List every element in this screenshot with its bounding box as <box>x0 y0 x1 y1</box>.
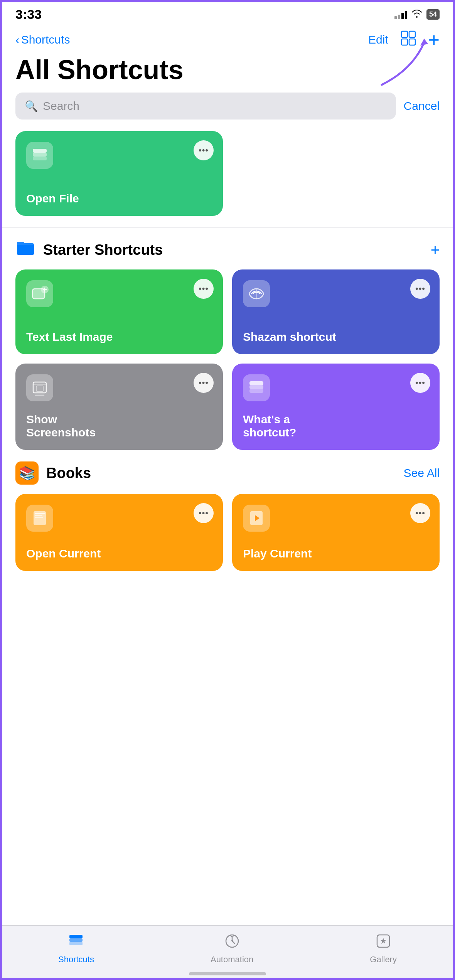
more-dots-icon: ••• <box>199 145 209 155</box>
more-dots-icon: ••• <box>199 378 209 388</box>
starter-shortcuts-header: Starter Shortcuts + <box>0 239 455 260</box>
whats-shortcut-more-button[interactable]: ••• <box>410 373 430 393</box>
shazam-more-button[interactable]: ••• <box>410 279 430 299</box>
play-current-icon <box>243 505 270 532</box>
screenshot-icon <box>26 374 53 401</box>
grid-view-icon[interactable] <box>400 30 417 50</box>
shazam-icon <box>243 280 270 307</box>
svg-rect-16 <box>249 385 263 389</box>
svg-rect-7 <box>33 157 47 160</box>
open-current-more-button[interactable]: ••• <box>194 503 214 523</box>
add-shortcut-button[interactable]: + <box>428 30 440 49</box>
text-last-image-more-button[interactable]: ••• <box>194 279 214 299</box>
starter-shortcuts-add-button[interactable]: + <box>431 241 440 259</box>
play-current-label: Play Current <box>243 547 429 560</box>
battery-icon: 54 <box>426 9 440 20</box>
books-grid: ••• Open Current ••• Play Current <box>0 494 455 648</box>
open-file-more-button[interactable]: ••• <box>194 140 214 160</box>
svg-rect-21 <box>35 515 42 516</box>
gallery-tab-label: Gallery <box>370 955 397 965</box>
play-current-more-button[interactable]: ••• <box>410 503 430 523</box>
search-cancel-button[interactable]: Cancel <box>404 99 440 113</box>
svg-rect-26 <box>69 935 83 938</box>
wifi-icon <box>411 9 423 20</box>
books-title: Books <box>46 465 91 482</box>
svg-rect-20 <box>35 513 45 514</box>
svg-rect-27 <box>69 942 83 945</box>
starter-shortcuts-title-group: Starter Shortcuts <box>15 239 163 260</box>
svg-rect-18 <box>249 389 263 393</box>
svg-rect-15 <box>36 386 43 391</box>
more-dots-icon: ••• <box>199 284 209 294</box>
books-header: 📚 Books See All <box>0 461 455 485</box>
open-file-label: Open File <box>26 192 212 205</box>
search-bar[interactable]: 🔍 Search <box>15 93 396 120</box>
text-last-image-icon <box>26 280 53 307</box>
automation-tab-icon <box>224 933 240 952</box>
search-placeholder: Search <box>43 99 79 113</box>
status-bar: 3:33 54 <box>0 0 455 26</box>
status-time: 3:33 <box>15 7 42 22</box>
svg-rect-0 <box>401 31 408 37</box>
svg-rect-22 <box>35 517 43 518</box>
open-file-card[interactable]: ••• Open File <box>15 131 223 216</box>
play-current-card[interactable]: ••• Play Current <box>232 494 440 571</box>
svg-rect-6 <box>33 149 47 153</box>
open-current-label: Open Current <box>26 547 212 560</box>
back-label: Shortcuts <box>21 33 70 46</box>
my-shortcuts-section: ••• Open File <box>0 131 455 216</box>
open-current-card[interactable]: ••• Open Current <box>15 494 223 571</box>
automation-tab-label: Automation <box>211 955 253 965</box>
folder-icon <box>15 239 35 260</box>
books-app-icon: 📚 <box>15 461 39 485</box>
starter-shortcuts-grid: ••• Text Last Image ••• <box>0 269 455 461</box>
signal-icon <box>394 10 407 19</box>
shazam-label: Shazam shortcut <box>243 330 429 344</box>
home-indicator <box>189 972 266 975</box>
section-divider-1 <box>0 227 455 228</box>
nav-bar: ‹ Shortcuts Edit + <box>0 26 455 54</box>
shazam-shortcut-card[interactable]: ••• Shazam shortcut <box>232 269 440 354</box>
tab-gallery[interactable]: Gallery <box>370 933 397 965</box>
show-screenshots-label: ShowScreenshots <box>26 413 212 439</box>
more-dots-icon: ••• <box>415 378 425 388</box>
show-screenshots-more-button[interactable]: ••• <box>194 373 214 393</box>
svg-rect-2 <box>401 39 408 45</box>
whats-shortcut-card[interactable]: ••• What's ashortcut? <box>232 364 440 450</box>
whats-shortcut-icon <box>243 374 270 401</box>
tab-automation[interactable]: Automation <box>211 933 253 965</box>
more-dots-icon: ••• <box>415 508 425 518</box>
books-see-all-button[interactable]: See All <box>404 466 440 480</box>
whats-shortcut-label: What's ashortcut? <box>243 413 429 439</box>
svg-rect-3 <box>409 39 415 45</box>
svg-rect-17 <box>249 381 263 385</box>
show-screenshots-card[interactable]: ••• ShowScreenshots <box>15 364 223 450</box>
text-last-image-label: Text Last Image <box>26 330 212 344</box>
status-icons: 54 <box>394 9 440 20</box>
search-row: 🔍 Search Cancel <box>0 93 455 131</box>
back-chevron-icon: ‹ <box>15 33 20 47</box>
books-title-group: 📚 Books <box>15 461 91 485</box>
more-dots-icon: ••• <box>199 508 209 518</box>
edit-button[interactable]: Edit <box>368 33 388 46</box>
open-current-icon <box>26 505 53 532</box>
shortcuts-tab-label: Shortcuts <box>58 955 94 965</box>
starter-shortcuts-title: Starter Shortcuts <box>43 242 163 258</box>
open-file-icon <box>26 142 53 169</box>
tab-shortcuts[interactable]: Shortcuts <box>58 933 94 965</box>
page-title: All Shortcuts <box>0 54 455 93</box>
more-dots-icon: ••• <box>415 284 425 294</box>
text-last-image-card[interactable]: ••• Text Last Image <box>15 269 223 354</box>
search-icon: 🔍 <box>25 100 38 113</box>
svg-rect-5 <box>33 153 47 157</box>
back-button[interactable]: ‹ Shortcuts <box>15 33 70 47</box>
shortcuts-tab-icon <box>68 933 84 952</box>
svg-rect-25 <box>69 938 83 942</box>
nav-actions: Edit + <box>368 30 440 50</box>
tab-bar: Shortcuts Automation Gallery <box>0 925 455 980</box>
gallery-tab-icon <box>376 933 391 952</box>
svg-rect-1 <box>409 31 415 37</box>
